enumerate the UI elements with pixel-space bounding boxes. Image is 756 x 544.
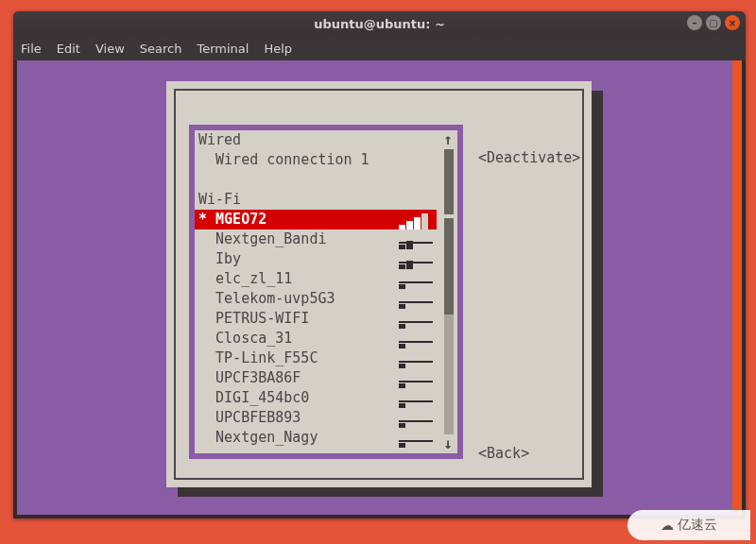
list-item[interactable]: elc_zl_11 bbox=[195, 269, 437, 289]
menu-search[interactable]: Search bbox=[140, 42, 182, 56]
scrollbar-track[interactable] bbox=[444, 149, 454, 434]
section-heading-wired: Wired bbox=[195, 130, 437, 150]
list-item-selected[interactable]: * MGEO72 bbox=[195, 210, 437, 230]
cloud-icon: ☁ bbox=[661, 518, 674, 533]
scroll-down-icon[interactable]: ↓ bbox=[438, 434, 457, 453]
list-item[interactable]: Telekom-uvp5G3 bbox=[195, 289, 437, 309]
watermark: ☁ 亿速云 bbox=[627, 510, 750, 540]
deactivate-button[interactable]: <Deactivate> bbox=[478, 149, 580, 166]
terminal-scrollbar[interactable] bbox=[732, 60, 742, 515]
list-item[interactable]: UPCBFEB893 bbox=[195, 408, 437, 428]
menu-help[interactable]: Help bbox=[264, 42, 292, 56]
signal-icon bbox=[399, 388, 435, 408]
list-item[interactable]: TP-Link_F55C bbox=[195, 348, 437, 368]
signal-icon bbox=[399, 408, 435, 428]
window-minimize-button[interactable]: – bbox=[687, 15, 702, 30]
terminal-scrollbar-thumb[interactable] bbox=[732, 60, 742, 515]
list-item[interactable]: Closca_31 bbox=[195, 329, 437, 348]
list-item[interactable]: Iby bbox=[195, 249, 437, 269]
scrollbar-thumb[interactable] bbox=[444, 149, 454, 314]
signal-icon bbox=[399, 348, 435, 368]
signal-icon bbox=[399, 428, 435, 448]
list-blank bbox=[195, 170, 437, 190]
window-maximize-button[interactable]: ▢ bbox=[706, 15, 721, 30]
nmtui-dialog: Wired Wired connection 1 Wi-Fi bbox=[166, 81, 592, 487]
menubar: File Edit View Search Terminal Help bbox=[13, 36, 746, 60]
menu-file[interactable]: File bbox=[21, 42, 42, 56]
connection-list[interactable]: Wired Wired connection 1 Wi-Fi bbox=[195, 130, 437, 453]
menu-view[interactable]: View bbox=[95, 42, 125, 56]
back-button[interactable]: <Back> bbox=[478, 445, 529, 462]
dialog-frame: Wired Wired connection 1 Wi-Fi bbox=[174, 89, 584, 480]
signal-icon bbox=[399, 368, 435, 388]
window-titlebar[interactable]: ubuntu@ubuntu: ~ – ▢ × bbox=[13, 11, 746, 36]
signal-icon bbox=[399, 230, 435, 249]
list-scrollbar[interactable]: ↑ ↓ bbox=[438, 130, 457, 453]
signal-icon bbox=[399, 289, 435, 309]
list-item[interactable]: Wired connection 1 bbox=[195, 150, 437, 170]
section-heading-wifi: Wi-Fi bbox=[195, 190, 437, 210]
signal-icon bbox=[399, 249, 435, 269]
list-item[interactable]: Nextgen_Nagy bbox=[195, 428, 437, 448]
menu-terminal[interactable]: Terminal bbox=[197, 42, 249, 56]
window-button-group: – ▢ × bbox=[687, 15, 740, 30]
list-item[interactable]: UPCF3BA86F bbox=[195, 368, 437, 388]
window-title: ubuntu@ubuntu: ~ bbox=[314, 17, 445, 31]
signal-icon bbox=[399, 329, 435, 348]
list-item[interactable]: Nextgen_Bandi bbox=[195, 230, 437, 249]
signal-icon bbox=[399, 309, 435, 329]
window-close-button[interactable]: × bbox=[725, 15, 740, 30]
terminal-window: ubuntu@ubuntu: ~ – ▢ × File Edit View Se… bbox=[13, 11, 746, 518]
menu-edit[interactable]: Edit bbox=[57, 42, 80, 56]
terminal-viewport: Wired Wired connection 1 Wi-Fi bbox=[17, 60, 742, 515]
connection-list-panel: Wired Wired connection 1 Wi-Fi bbox=[189, 125, 463, 459]
signal-icon bbox=[399, 210, 435, 230]
signal-icon bbox=[399, 269, 435, 289]
list-item[interactable]: PETRUS-WIFI bbox=[195, 309, 437, 329]
list-item[interactable]: DIGI_454bc0 bbox=[195, 388, 437, 408]
scroll-up-icon[interactable]: ↑ bbox=[438, 130, 457, 149]
